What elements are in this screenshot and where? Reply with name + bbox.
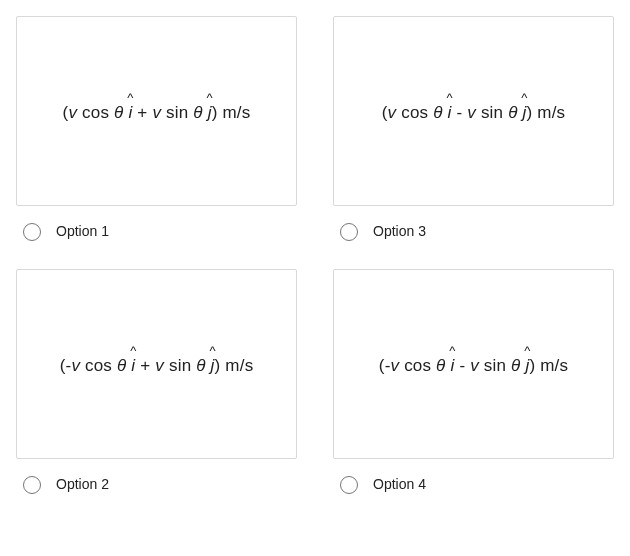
option-2-radio[interactable]: [23, 476, 41, 494]
option-4-expression: (-v cos θ i - v sin θ j) m/s: [379, 352, 568, 376]
expr-ang: θ: [511, 356, 520, 375]
option-2-card: (-v cos θ i + v sin θ j) m/s: [16, 269, 297, 459]
expr-fn: sin: [164, 356, 196, 375]
option-3-radio[interactable]: [340, 223, 358, 241]
unit-vector-j-icon: j: [211, 352, 215, 376]
expr-fn: cos: [399, 356, 436, 375]
option-4-card: (-v cos θ i - v sin θ j) m/s: [333, 269, 614, 459]
expr-var: v: [388, 103, 397, 122]
expr-var: v: [470, 356, 479, 375]
expr-fn: cos: [396, 103, 433, 122]
option-2-label: Option 2: [56, 476, 109, 492]
option-2-expression: (-v cos θ i + v sin θ j) m/s: [60, 352, 254, 376]
option-1: (v cos θ i + v sin θ j) m/s Option 1: [16, 16, 297, 241]
expr-ang: θ: [117, 356, 126, 375]
option-1-label: Option 1: [56, 223, 109, 239]
option-1-labelrow[interactable]: Option 1: [16, 220, 297, 241]
unit-vector-i-icon: i: [128, 99, 132, 123]
expr-var: v: [155, 356, 164, 375]
expr-fn: sin: [476, 103, 508, 122]
unit-vector-i-icon: i: [448, 99, 452, 123]
expr-fn: sin: [161, 103, 193, 122]
expr-fn: cos: [80, 356, 117, 375]
expr-ang: θ: [196, 356, 205, 375]
expr-fn: cos: [77, 103, 114, 122]
expr-op: +: [135, 356, 155, 375]
expr-fn: sin: [479, 356, 511, 375]
expr-ang: θ: [193, 103, 202, 122]
option-1-card: (v cos θ i + v sin θ j) m/s: [16, 16, 297, 206]
expr-var: v: [71, 356, 80, 375]
expr-var: v: [68, 103, 77, 122]
expr-op: -: [452, 103, 468, 122]
unit-vector-i-icon: i: [131, 352, 135, 376]
option-4-labelrow[interactable]: Option 4: [333, 473, 614, 494]
unit-vector-j-icon: j: [525, 352, 529, 376]
expr-suffix: ) m/s: [527, 103, 566, 122]
option-3-labelrow[interactable]: Option 3: [333, 220, 614, 241]
expr-op: +: [132, 103, 152, 122]
option-4: (-v cos θ i - v sin θ j) m/s Option 4: [333, 269, 614, 494]
option-1-expression: (v cos θ i + v sin θ j) m/s: [63, 99, 251, 123]
option-3-card: (v cos θ i - v sin θ j) m/s: [333, 16, 614, 206]
option-3-expression: (v cos θ i - v sin θ j) m/s: [382, 99, 566, 123]
expr-op: -: [454, 356, 470, 375]
option-4-radio[interactable]: [340, 476, 358, 494]
option-4-label: Option 4: [373, 476, 426, 492]
unit-vector-j-icon: j: [523, 99, 527, 123]
option-2-labelrow[interactable]: Option 2: [16, 473, 297, 494]
expr-prefix: (-: [60, 356, 72, 375]
option-2: (-v cos θ i + v sin θ j) m/s Option 2: [16, 269, 297, 494]
expr-prefix: (-: [379, 356, 391, 375]
expr-suffix: ) m/s: [215, 356, 254, 375]
expr-ang: θ: [436, 356, 445, 375]
expr-var: v: [467, 103, 476, 122]
expr-var: v: [152, 103, 161, 122]
option-1-radio[interactable]: [23, 223, 41, 241]
expr-ang: θ: [433, 103, 442, 122]
option-3: (v cos θ i - v sin θ j) m/s Option 3: [333, 16, 614, 241]
expr-suffix: ) m/s: [529, 356, 568, 375]
expr-ang: θ: [508, 103, 517, 122]
option-3-label: Option 3: [373, 223, 426, 239]
unit-vector-i-icon: i: [450, 352, 454, 376]
unit-vector-j-icon: j: [208, 99, 212, 123]
options-grid: (v cos θ i + v sin θ j) m/s Option 1 (-v…: [16, 16, 614, 494]
expr-var: v: [391, 356, 400, 375]
expr-suffix: ) m/s: [212, 103, 251, 122]
expr-ang: θ: [114, 103, 123, 122]
